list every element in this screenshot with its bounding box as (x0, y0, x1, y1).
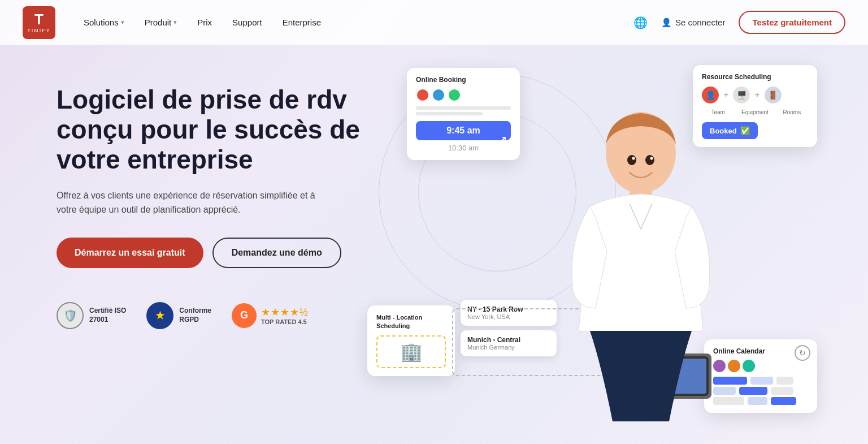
hero-subtitle: Offrez à vos clients une expérience de r… (57, 188, 328, 217)
plus-sign-2: + (754, 90, 760, 100)
building-icon: 🏢 (376, 335, 446, 368)
svg-point-5 (627, 155, 636, 165)
g2-label: TOP RATED 4.5 (261, 318, 309, 325)
cal-block-6 (771, 387, 793, 395)
trust-badges: 🛡️ Certifié ISO27001 ★ ConformeRGPD G ★★… (57, 302, 373, 329)
start-trial-button[interactable]: Démarrez un essai gratuit (57, 238, 203, 268)
hero-left: Logiciel de prise de rdv conçu pour le s… (57, 62, 373, 329)
refresh-icon: ↻ (795, 345, 810, 361)
time-slot-secondary: 10:30 am (416, 144, 511, 152)
skeleton-lines (416, 106, 511, 115)
avatar-2 (432, 88, 445, 102)
label-rooms: Rooms (776, 109, 808, 115)
skeleton-line-2 (416, 112, 483, 115)
try-free-button[interactable]: Testez gratuitement (739, 11, 845, 34)
svg-point-6 (645, 155, 654, 165)
svg-point-7 (632, 157, 635, 160)
time-slot-primary[interactable]: 9:45 am ↗ (416, 121, 511, 140)
svg-point-8 (650, 157, 653, 160)
logo-brand: TIMIFY (27, 28, 51, 33)
nav-solutions[interactable]: Solutions ▾ (84, 18, 124, 27)
person-image (533, 93, 748, 444)
resource-card-title: Resource Scheduling (702, 73, 808, 81)
chevron-down-icon: ▾ (121, 19, 124, 26)
language-button[interactable]: 🌐 (633, 16, 648, 29)
resource-rooms-icon: 🚪 (765, 87, 782, 104)
hero-right: Online Booking 9:45 am ↗ 10:30 am Resour… (373, 62, 823, 444)
rgpd-icon: ★ (146, 302, 173, 329)
nav-right: 🌐 👤 Se connecter Testez gratuitement (633, 11, 845, 34)
chevron-down-icon: ▾ (173, 19, 177, 26)
nav-support[interactable]: Support (232, 18, 262, 27)
nav-prix[interactable]: Prix (197, 18, 212, 27)
location-card-title: Multi - Location Scheduling (376, 313, 446, 330)
login-button[interactable]: 👤 Se connecter (661, 18, 725, 28)
cal-block-2 (750, 377, 773, 385)
user-icon: 👤 (661, 18, 672, 28)
hero-section: Logiciel de prise de rdv conçu pour le s… (0, 45, 868, 444)
nav-links: Solutions ▾ Produit ▾ Prix Support Enter… (84, 18, 633, 27)
booking-avatars (416, 88, 511, 102)
iso-badge: 🛡️ Certifié ISO27001 (57, 302, 126, 329)
g2-badge: G ★★★★½ TOP RATED 4.5 (232, 303, 309, 328)
card-online-booking: Online Booking 9:45 am ↗ 10:30 am (407, 68, 520, 160)
cal-block-3 (776, 377, 793, 385)
cursor-icon: ↗ (499, 134, 506, 145)
rgpd-badge: ★ ConformeRGPD (146, 302, 211, 329)
logo-letter: T (34, 12, 44, 27)
cal-block-8 (748, 397, 767, 405)
g2-icon: G (232, 303, 257, 328)
logo[interactable]: T TIMIFY (23, 6, 55, 39)
nav-enterprise[interactable]: Enterprise (283, 18, 321, 27)
iso-icon: 🛡️ (57, 302, 84, 329)
cta-buttons: Démarrez un essai gratuit Demandez une d… (57, 238, 373, 268)
cal-block-9 (771, 397, 796, 405)
avatar-1 (416, 88, 429, 102)
rgpd-label: ConformeRGPD (179, 307, 211, 324)
g2-stars: ★★★★½ (261, 306, 309, 318)
booking-card-title: Online Booking (416, 76, 511, 84)
navigation: T TIMIFY Solutions ▾ Produit ▾ Prix Supp… (0, 0, 868, 45)
skeleton-line-1 (416, 106, 511, 110)
nav-produit[interactable]: Produit ▾ (145, 18, 177, 27)
request-demo-button[interactable]: Demandez une démo (212, 238, 341, 268)
hero-title: Logiciel de prise de rdv conçu pour le s… (57, 85, 373, 175)
avatar-3 (448, 88, 461, 102)
iso-label: Certifié ISO27001 (89, 307, 126, 324)
card-multi-location: Multi - Location Scheduling 🏢 (367, 305, 455, 376)
